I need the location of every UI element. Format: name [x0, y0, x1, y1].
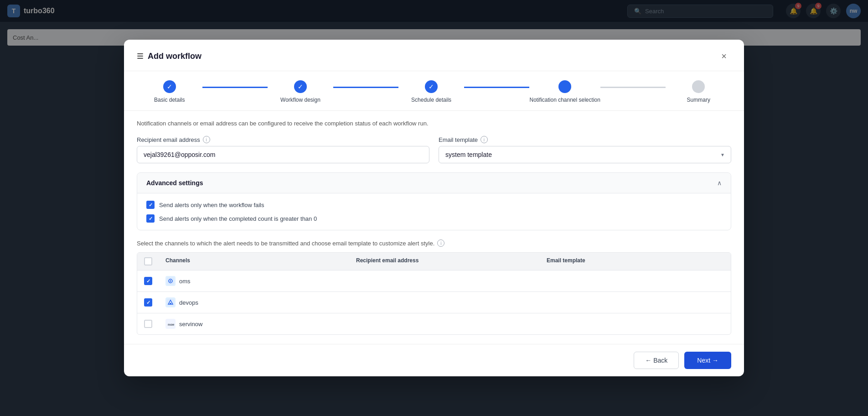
step-label-4: Notification channel selection — [529, 97, 600, 103]
svg-rect-5 — [170, 303, 171, 304]
modal-title-icon: ☰ — [137, 52, 143, 61]
step-dot-3: ✓ — [425, 80, 438, 93]
step-dot-1: ✓ — [163, 80, 176, 93]
form-row: Recipient email address i Email template… — [137, 136, 731, 163]
advanced-settings: Advanced settings ∧ ✓ Send alerts only w… — [137, 172, 731, 230]
step-label-2: Workflow design — [280, 97, 320, 103]
step-label-5: Summary — [687, 97, 710, 103]
table-check-cell-servinow — [137, 314, 159, 333]
modal-dialog: ☰ Add workflow × ✓ Basic details ✓ Workf… — [124, 40, 744, 376]
step-dot-2: ✓ — [294, 80, 307, 93]
recipient-email-group: Recipient email address i — [137, 136, 429, 163]
table-row: now servinow — [137, 313, 731, 334]
email-template-label: Email template i — [439, 136, 731, 143]
description-text: Notification channels or email address c… — [137, 120, 731, 127]
step-label-3: Schedule details — [411, 97, 451, 103]
table-header-recipient: Recipient email address — [350, 253, 540, 270]
advanced-settings-title: Advanced settings — [146, 179, 203, 187]
svg-text:now: now — [168, 322, 174, 327]
checkbox-devops[interactable]: ✓ — [144, 298, 152, 307]
modal-footer: ← Back Next → — [124, 344, 744, 376]
table-header-row: Channels Recipient email address Email t… — [137, 253, 731, 270]
stepper: ✓ Basic details ✓ Workflow design ✓ Sche… — [124, 71, 744, 111]
checkbox-servinow[interactable] — [144, 320, 152, 328]
checkbox-alerts-count[interactable]: ✓ — [146, 214, 155, 223]
close-button[interactable]: × — [717, 49, 731, 63]
devops-icon — [165, 297, 176, 307]
modal-body: Notification channels or email address c… — [124, 111, 744, 344]
svg-point-2 — [170, 281, 171, 282]
step-dot-4 — [558, 80, 571, 93]
table-row: ✓ oms — [137, 270, 731, 292]
step-label-1: Basic details — [154, 97, 185, 103]
channels-table: Channels Recipient email address Email t… — [137, 252, 731, 335]
step-schedule-details: ✓ Schedule details — [398, 80, 464, 103]
oms-icon — [165, 276, 176, 286]
table-header-check — [137, 253, 159, 270]
advanced-settings-header[interactable]: Advanced settings ∧ — [137, 173, 731, 193]
step-dot-5 — [692, 80, 705, 93]
checkbox-oms[interactable]: ✓ — [144, 277, 152, 285]
table-cell-servinow-email — [350, 318, 540, 329]
email-template-info-icon[interactable]: i — [480, 136, 488, 143]
table-check-cell-devops: ✓ — [137, 293, 159, 312]
next-button[interactable]: Next → — [684, 352, 731, 369]
advanced-settings-body: ✓ Send alerts only when the workflow fai… — [137, 193, 731, 230]
devops-name: devops — [179, 299, 198, 306]
oms-name: oms — [179, 278, 191, 285]
email-template-group: Email template i system template custom … — [439, 136, 731, 163]
checkbox-label-alerts-fail: Send alerts only when the workflow fails — [159, 202, 264, 208]
step-line-2 — [333, 87, 399, 88]
table-cell-oms-name: oms — [159, 270, 350, 291]
chevron-up-icon: ∧ — [717, 179, 722, 187]
modal-title: ☰ Add workflow — [137, 52, 202, 61]
email-template-select[interactable]: system template custom template — [439, 146, 731, 163]
channels-info-icon[interactable]: i — [437, 239, 444, 247]
email-template-select-wrapper: system template custom template — [439, 146, 731, 163]
step-notification-channel: Notification channel selection — [529, 80, 600, 103]
table-cell-devops-template — [540, 297, 731, 308]
check-mark-oms: ✓ — [146, 278, 150, 284]
back-button[interactable]: ← Back — [634, 352, 679, 369]
checkbox-alerts-fail[interactable]: ✓ — [146, 201, 155, 209]
modal-header: ☰ Add workflow × — [124, 40, 744, 71]
channels-section-label: Select the channels to which the alert n… — [137, 239, 731, 247]
modal-title-text: Add workflow — [148, 52, 202, 61]
stepper-track: ✓ Basic details ✓ Workflow design ✓ Sche… — [137, 80, 731, 103]
checkbox-label-alerts-count: Send alerts only when the completed coun… — [159, 215, 317, 222]
table-header-channels: Channels — [159, 253, 350, 270]
table-cell-oms-template — [540, 276, 731, 286]
servinow-icon: now — [165, 319, 176, 329]
table-header-template: Email template — [540, 253, 731, 270]
modal-overlay: ☰ Add workflow × ✓ Basic details ✓ Workf… — [0, 0, 868, 416]
step-line-1 — [202, 87, 268, 88]
step-line-4 — [600, 87, 666, 88]
table-cell-devops-email — [350, 297, 540, 308]
table-select-all-checkbox[interactable] — [144, 257, 152, 265]
table-cell-oms-email — [350, 276, 540, 286]
check-mark-devops: ✓ — [146, 300, 150, 306]
recipient-email-info-icon[interactable]: i — [203, 136, 210, 143]
table-row: ✓ devops — [137, 292, 731, 313]
table-check-cell-oms: ✓ — [137, 271, 159, 291]
check-mark-2: ✓ — [149, 216, 153, 222]
checkbox-row-alerts-count: ✓ Send alerts only when the completed co… — [146, 214, 722, 223]
table-cell-devops-name: devops — [159, 292, 350, 313]
step-summary: Summary — [666, 80, 731, 103]
table-cell-servinow-template — [540, 318, 731, 329]
check-mark-1: ✓ — [149, 202, 153, 208]
table-cell-servinow-name: now servinow — [159, 313, 350, 334]
servinow-name: servinow — [179, 321, 202, 328]
checkbox-row-alerts-fail: ✓ Send alerts only when the workflow fai… — [146, 201, 722, 209]
recipient-email-input[interactable] — [137, 146, 429, 163]
step-line-3 — [464, 87, 530, 88]
step-basic-details: ✓ Basic details — [137, 80, 202, 103]
step-workflow-design: ✓ Workflow design — [268, 80, 333, 103]
recipient-email-label: Recipient email address i — [137, 136, 429, 143]
